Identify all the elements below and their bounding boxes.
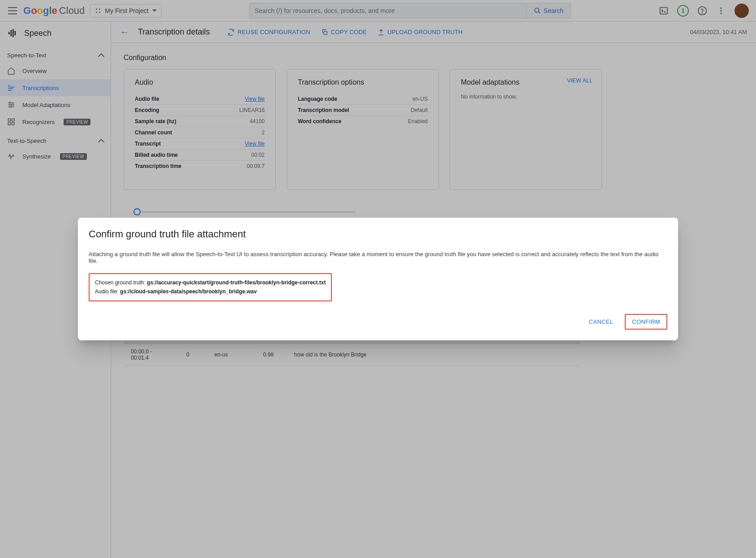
- audio-file-path: gs://cloud-samples-data/speech/brooklyn_…: [120, 288, 257, 295]
- cancel-button[interactable]: CANCEL: [583, 314, 620, 330]
- modal-body: Attaching a ground truth file will allow…: [89, 251, 667, 264]
- modal-overlay: Confirm ground truth file attachment Att…: [0, 0, 756, 558]
- modal-title: Confirm ground truth file attachment: [89, 228, 667, 240]
- modal-filebox: Chosen ground truth: gs://accuracy-quick…: [89, 273, 332, 301]
- chosen-ground-truth-path: gs://accuracy-quickstart/ground-truth-fi…: [147, 279, 326, 286]
- confirm-button[interactable]: CONFIRM: [625, 314, 667, 330]
- confirm-modal: Confirm ground truth file attachment Att…: [78, 218, 678, 340]
